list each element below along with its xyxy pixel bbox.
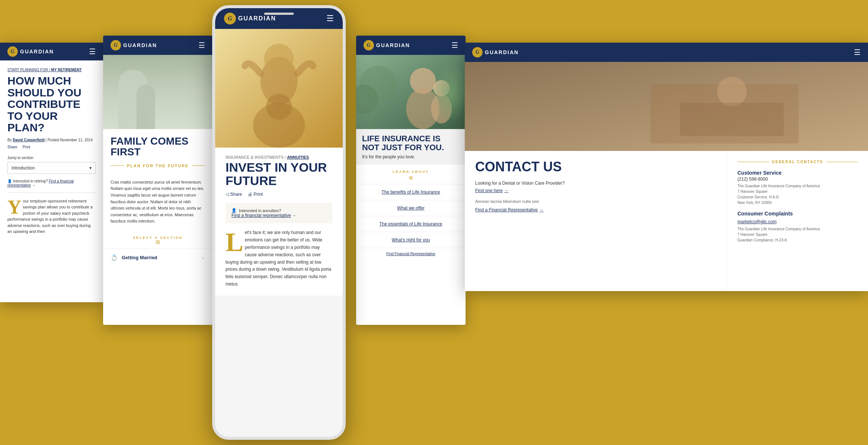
- contact-hero-svg: [465, 62, 868, 151]
- plan-for-future-label: PLAN FOR THE FUTURE: [111, 164, 205, 168]
- phone-article: INSURANCE & INVESTMENTS / ANNUITIES INVE…: [215, 148, 343, 296]
- guardian-coin-icon-5: G: [472, 47, 483, 57]
- annuity-icon: 👤: [231, 208, 237, 213]
- logo-4: G GUARDIAN: [364, 40, 410, 50]
- learn-about-label: LEARN ABOUT: [362, 170, 460, 174]
- hero-image-family: [103, 55, 213, 129]
- li-headline: LIFE INSURANCE IS NOT JUST FOR YOU.: [362, 134, 460, 152]
- hero-illustration: [215, 29, 343, 148]
- phone-hamburger-icon[interactable]: ☰: [326, 14, 334, 23]
- cs-name: Customer Service: [737, 170, 858, 176]
- svg-point-9: [431, 94, 452, 123]
- contact-page-title: CONTACT US: [475, 160, 716, 174]
- guardian-coin-icon-4: G: [364, 40, 374, 50]
- phone-drop-cap-letter: L: [226, 232, 243, 252]
- divider: [7, 192, 96, 193]
- phone-guardian-text: GUARDIAN: [238, 15, 276, 22]
- action-row: Share Print: [7, 145, 96, 149]
- nav-bar-4: G GUARDIAN ☰: [356, 36, 466, 55]
- cs-phone: (212) 598-8000: [737, 177, 858, 182]
- screen-retirement-article: G GUARDIAN ☰ START PLANNING FOR / MY RET…: [0, 43, 103, 302]
- screen-contact: G GUARDIAN ☰ CONTACT US Looking for a De…: [465, 43, 868, 291]
- li-subtitle: It's for the people you love.: [362, 154, 460, 159]
- li-find-rep: Find Financial Representative: [356, 248, 466, 260]
- phone-headline: INVEST IN YOUR FUTURE: [226, 161, 332, 187]
- getting-married-item[interactable]: 💍 Getting Married ⌄: [103, 248, 213, 266]
- breadcrumb: START PLANNING FOR / MY RETIREMENT: [7, 68, 96, 72]
- chevron-down-icon: ▾: [89, 165, 92, 171]
- phone-share-row: ◁ Share 🖨 Print: [226, 192, 332, 197]
- screen2-headline: FAMILY COMES FIRST: [111, 136, 205, 158]
- cs-address: The Guardian Life Insurance Company of A…: [737, 183, 858, 205]
- svg-point-14: [717, 77, 747, 106]
- phone-share-button[interactable]: ◁ Share: [226, 192, 242, 197]
- phone-find-rep-link[interactable]: Find a financial representative: [231, 213, 291, 218]
- print-button[interactable]: Print: [23, 145, 30, 149]
- complaint-email: marketco@glic.com: [737, 218, 858, 225]
- share-button[interactable]: Share: [7, 145, 17, 149]
- phone-hero-photo: [215, 29, 343, 148]
- phone-logo: G GUARDIAN: [224, 13, 276, 24]
- logo-1: G GUARDIAN: [7, 46, 54, 57]
- screen-life-insurance: G GUARDIAN ☰ LIFE INSURANCE IS NOT JUST …: [356, 36, 466, 325]
- svg-point-4: [266, 94, 292, 120]
- hamburger-menu-icon[interactable]: ☰: [89, 47, 96, 56]
- svg-rect-15: [680, 103, 784, 136]
- learn-waves-icon: ≋: [362, 175, 460, 181]
- nav-bar-5: G GUARDIAN ☰: [465, 43, 868, 62]
- section-dropdown[interactable]: Introduction ▾: [7, 162, 96, 174]
- phone-body-text: L et's face it; we are only human and ou…: [226, 229, 332, 288]
- drop-cap-letter: Y: [7, 200, 22, 215]
- getting-married-label: Getting Married: [122, 255, 201, 260]
- find-dental-link[interactable]: Find one here →: [475, 188, 716, 193]
- article-body: Y our employer-sponsored retirement savi…: [7, 198, 96, 235]
- learn-about-section: LEARN ABOUT ≋: [356, 165, 466, 184]
- guardian-brand-text-2: GUARDIAN: [123, 42, 157, 48]
- li-hero-svg: [356, 55, 466, 129]
- logo-5: G GUARDIAN: [472, 47, 519, 57]
- phone-interested-box: 👤 Interested in annuities? Find a financ…: [226, 203, 332, 223]
- contact-two-col: CONTACT US Looking for a Dental or Visio…: [465, 151, 868, 291]
- nav-bar-2: G GUARDIAN ☰: [103, 36, 213, 55]
- li-find-rep-link[interactable]: Find Financial Representative: [386, 252, 435, 256]
- svg-point-2: [264, 44, 294, 73]
- select-section-area: SELECT A SECTION ≋: [103, 232, 213, 248]
- page-title: HOW MUCH SHOULD YOU CONTRIBUTE TO YOUR P…: [7, 75, 96, 134]
- li-link-benefits[interactable]: The benefits of Life Insurance: [356, 184, 466, 200]
- li-link-offer[interactable]: What we offer: [356, 200, 466, 216]
- guardian-brand-text-4: GUARDIAN: [376, 42, 410, 48]
- complaint-address: The Guardian Life Insurance Company of A…: [737, 226, 858, 243]
- chevron-right-icon: ⌄: [201, 255, 205, 260]
- lorem-text: Aenean lacinia bibendum nulla sed.: [475, 198, 716, 205]
- hamburger-menu-icon-2[interactable]: ☰: [198, 41, 205, 50]
- contact-hero-image: [465, 62, 868, 151]
- nav-bar-1: G GUARDIAN ☰: [0, 43, 103, 60]
- phone-content: G GUARDIAN ☰: [215, 8, 343, 437]
- guardian-coin-icon-2: G: [111, 40, 121, 50]
- phone-shell: G GUARDIAN ☰: [212, 5, 346, 440]
- waves-icon: ≋: [103, 240, 213, 245]
- guardian-brand-text-5: GUARDIAN: [485, 49, 519, 55]
- find-dental-label: Looking for a Dental or Vision Care Prov…: [475, 181, 716, 186]
- find-rep-link-5[interactable]: Find a Financial Representative →: [475, 207, 716, 212]
- screen2-body: Cras mattis consectetur purus sit amet f…: [103, 179, 213, 225]
- hamburger-icon-4[interactable]: ☰: [451, 41, 458, 50]
- phone-meta: INSURANCE & INVESTMENTS / ANNUITIES: [226, 155, 332, 159]
- phone-nav-bar: G GUARDIAN ☰: [215, 8, 343, 29]
- li-link-essentials[interactable]: The essentials of Life Insurance: [356, 216, 466, 232]
- logo-2: G GUARDIAN: [111, 40, 157, 50]
- li-title-box: LIFE INSURANCE IS NOT JUST FOR YOU. It's…: [356, 129, 466, 165]
- hamburger-icon-5[interactable]: ☰: [854, 48, 861, 57]
- phone-guardian-coin: G: [224, 13, 236, 24]
- byline: By David Copperfield | Posted November 1…: [7, 138, 96, 142]
- phone-print-button[interactable]: 🖨 Print: [248, 192, 263, 197]
- li-link-right[interactable]: What's right for you: [356, 232, 466, 248]
- guardian-brand-text: GUARDIAN: [20, 49, 54, 55]
- complaint-name: Consumer Complaints: [737, 211, 858, 217]
- phone-hero-image: [215, 29, 343, 148]
- dropdown-value: Introduction: [11, 165, 35, 171]
- annuities-link[interactable]: ANNUITIES: [287, 155, 309, 159]
- ring-icon: 💍: [111, 254, 118, 261]
- center-phone: G GUARDIAN ☰: [212, 5, 346, 440]
- svg-point-8: [433, 80, 450, 96]
